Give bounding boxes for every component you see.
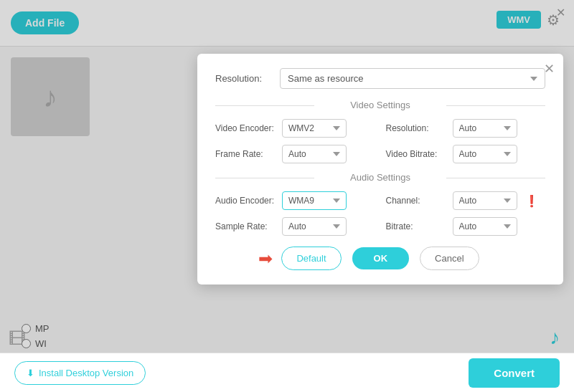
cancel-button[interactable]: Cancel <box>420 247 479 270</box>
download-icon: ⬇ <box>27 368 34 378</box>
settings-dialog: ✕ Resolution: Same as resource Video Set… <box>197 54 563 285</box>
frame-rate-label: Frame Rate: <box>215 149 276 159</box>
video-settings-header: Video Settings <box>215 100 545 110</box>
resolution-select[interactable]: Auto <box>453 119 517 138</box>
resolution-top-row: Resolution: Same as resource <box>215 68 545 89</box>
arrow-icon: ➡ <box>258 249 273 269</box>
dialog-overlay: ✕ Resolution: Same as resource Video Set… <box>0 0 574 353</box>
warning-icon: ❗ <box>524 194 539 208</box>
dialog-close-button[interactable]: ✕ <box>544 61 555 77</box>
dialog-buttons: Default ➡ OK Cancel <box>215 247 545 270</box>
video-encoder-label: Video Encoder: <box>215 123 276 133</box>
video-settings-grid: Video Encoder: WMV2 Resolution: Auto Fra… <box>215 119 545 163</box>
sample-rate-label: Sample Rate: <box>215 221 276 231</box>
resolution-top-label: Resolution: <box>215 73 273 84</box>
video-encoder-select[interactable]: WMV2 <box>282 119 347 138</box>
bitrate-row: Bitrate: Auto <box>386 217 546 236</box>
sample-rate-row: Sample Rate: Auto <box>215 217 375 236</box>
video-bitrate-label: Video Bitrate: <box>386 149 447 159</box>
install-button[interactable]: ⬇ Install Desktop Version <box>14 361 146 385</box>
install-label: Install Desktop Version <box>39 368 133 378</box>
video-bitrate-select[interactable]: Auto <box>453 145 517 163</box>
channel-select[interactable]: Auto <box>453 191 517 210</box>
resolution-row: Resolution: Auto <box>386 119 546 138</box>
video-encoder-row: Video Encoder: WMV2 <box>215 119 375 138</box>
frame-rate-select[interactable]: Auto <box>282 145 347 163</box>
convert-button[interactable]: Convert <box>469 358 560 388</box>
audio-settings-grid: Audio Encoder: WMA9 Channel: Auto ❗ Samp… <box>215 191 545 236</box>
audio-encoder-select[interactable]: WMA9 <box>282 191 347 210</box>
audio-encoder-label: Audio Encoder: <box>215 196 276 206</box>
video-bitrate-row: Video Bitrate: Auto <box>386 145 546 163</box>
resolution-top-select[interactable]: Same as resource <box>280 68 545 89</box>
app-background: ✕ Add File ♪ WMV ⚙ 🎞 MP WI ♪ ✕ <box>0 0 574 392</box>
channel-label: Channel: <box>386 196 447 206</box>
channel-row: Channel: Auto ❗ <box>386 191 546 210</box>
resolution-label2: Resolution: <box>386 123 447 133</box>
sample-rate-select[interactable]: Auto <box>282 217 347 236</box>
bitrate-select[interactable]: Auto <box>453 217 517 236</box>
audio-settings-header: Audio Settings <box>215 172 545 183</box>
bottom-bar: ⬇ Install Desktop Version Convert <box>0 353 574 392</box>
bitrate-label: Bitrate: <box>386 221 447 231</box>
default-button[interactable]: Default <box>281 247 341 270</box>
audio-encoder-row: Audio Encoder: WMA9 <box>215 191 375 210</box>
ok-button[interactable]: OK <box>352 247 410 269</box>
frame-rate-row: Frame Rate: Auto <box>215 145 375 163</box>
